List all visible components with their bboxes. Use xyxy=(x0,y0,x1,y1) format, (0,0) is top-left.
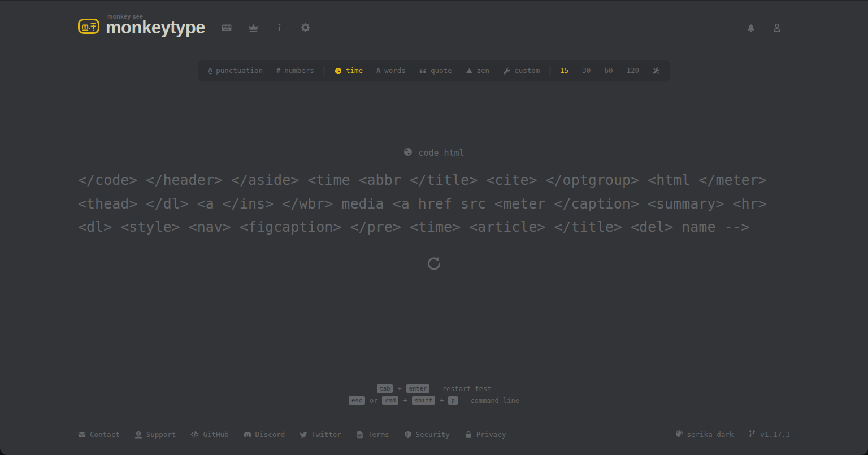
config-quote-label: quote xyxy=(431,67,452,75)
donate-icon: $ xyxy=(134,431,142,439)
logo[interactable]: monkey see monkeytype xyxy=(78,19,205,36)
config-time-30-button[interactable]: 30 xyxy=(575,60,597,81)
nav-bell-button[interactable] xyxy=(738,18,764,38)
config-time-label: time xyxy=(346,67,363,75)
config-custom-time-button[interactable] xyxy=(646,60,667,81)
footer-support-link[interactable]: $Support xyxy=(134,430,176,439)
nav-keyboard-button[interactable] xyxy=(213,17,240,38)
word: <style> xyxy=(120,215,180,239)
test-config-bar: @punctuation#numberstimeAwordsquotezencu… xyxy=(198,60,670,81)
version-label: v1.17.3 xyxy=(760,430,790,439)
palette-icon xyxy=(675,430,683,439)
footer-github-label: GitHub xyxy=(203,430,228,439)
config-time-120-button[interactable]: 120 xyxy=(619,60,646,81)
footer-contact-link[interactable]: Contact xyxy=(78,430,120,439)
words-area[interactable]: </code></header></aside><time<abbr</titl… xyxy=(78,168,790,239)
gear-icon xyxy=(301,23,310,32)
word: </wbr> xyxy=(282,192,333,216)
footer-terms-label: Terms xyxy=(368,430,389,439)
hint-text: - command line xyxy=(462,397,519,405)
word: --> xyxy=(724,215,749,239)
config-time-30-label: 30 xyxy=(582,67,591,75)
word: </ins> xyxy=(223,192,274,216)
user-nav xyxy=(738,18,790,38)
word: href xyxy=(418,192,452,216)
hint-text: + xyxy=(397,385,401,393)
config-custom-button[interactable]: custom xyxy=(496,60,546,81)
config-words-label: words xyxy=(384,67,406,75)
globe-icon xyxy=(403,148,413,159)
hint-text: + xyxy=(440,397,444,405)
config-zen-label: zen xyxy=(477,67,490,75)
at-icon: @ xyxy=(208,67,212,74)
config-numbers-label: numbers xyxy=(284,67,314,75)
config-group-mods: @punctuation#numbers xyxy=(201,60,321,81)
word: <summary> xyxy=(648,192,724,216)
config-words-button[interactable]: Awords xyxy=(370,60,413,81)
word-line: <thead></dl><a</ins></wbr>media<ahrefsrc… xyxy=(78,192,790,216)
branch-icon xyxy=(748,430,756,439)
word: <a xyxy=(197,192,214,216)
config-time-120-label: 120 xyxy=(626,67,639,75)
word: <nav> xyxy=(189,215,231,239)
nav-crown-button[interactable] xyxy=(240,17,267,38)
nav-gear-button[interactable] xyxy=(292,17,319,38)
config-time-60-label: 60 xyxy=(604,67,613,75)
keyboard-hints: tab+enter- restart test escorcmd+shift+p… xyxy=(0,383,868,406)
theme-button[interactable]: serika dark xyxy=(675,430,734,439)
language-label: code html xyxy=(418,148,464,158)
footer-privacy-link[interactable]: Privacy xyxy=(465,430,506,439)
word: <a xyxy=(393,192,410,216)
config-punctuation-button[interactable]: @punctuation xyxy=(201,60,270,81)
word: media xyxy=(341,192,384,216)
word: <cite> xyxy=(486,168,537,192)
config-time-15-button[interactable]: 15 xyxy=(553,60,575,81)
footer-security-link[interactable]: Security xyxy=(404,430,450,439)
word: </caption> xyxy=(554,192,639,216)
monkeytype-page: monkey see monkeytype @punctuation#numbe… xyxy=(0,0,868,455)
footer-privacy-label: Privacy xyxy=(476,430,506,439)
version-button[interactable]: v1.17.3 xyxy=(748,430,790,439)
key-esc: esc xyxy=(349,396,365,405)
key-cmd: cmd xyxy=(382,396,398,405)
word: <hr> xyxy=(732,192,766,216)
footer-github-link[interactable]: GitHub xyxy=(190,430,228,439)
config-group-time-options: 153060120 xyxy=(553,60,667,81)
main-nav xyxy=(213,17,319,38)
word: src xyxy=(461,192,486,216)
footer-terms-link[interactable]: Terms xyxy=(356,430,389,439)
key-tab: tab xyxy=(377,384,393,393)
config-time-button[interactable]: time xyxy=(328,60,370,81)
config-quote-button[interactable]: quote xyxy=(413,60,459,81)
nav-user-button[interactable] xyxy=(764,18,790,38)
footer-twitter-link[interactable]: Twitter xyxy=(300,430,341,439)
word: </pre> xyxy=(350,215,401,239)
word: </code> xyxy=(78,168,137,192)
language-selector[interactable]: code html xyxy=(403,148,464,159)
word: </header> xyxy=(146,168,222,192)
restart-test-button[interactable] xyxy=(411,253,457,274)
file-icon xyxy=(356,431,364,439)
footer-twitter-label: Twitter xyxy=(311,430,341,439)
config-spacer xyxy=(323,66,326,76)
hash-icon: # xyxy=(276,67,280,74)
word: </dl> xyxy=(146,192,188,216)
nav-info-button[interactable] xyxy=(267,17,292,38)
restart-icon xyxy=(427,256,441,271)
word: <article> xyxy=(469,215,545,239)
word: </title> xyxy=(410,168,478,192)
word: <time> xyxy=(410,215,461,239)
key-p: p xyxy=(448,396,457,405)
footer-discord-link[interactable]: Discord xyxy=(244,430,285,439)
config-time-60-button[interactable]: 60 xyxy=(597,60,619,81)
word: <meter xyxy=(494,192,545,216)
info-icon xyxy=(275,23,284,32)
config-time-15-label: 15 xyxy=(560,67,568,75)
config-numbers-button[interactable]: #numbers xyxy=(270,60,321,81)
footer-security-label: Security xyxy=(416,430,450,439)
brand-tagline: monkey see xyxy=(107,14,143,20)
config-zen-button[interactable]: zen xyxy=(459,60,497,81)
twitter-icon xyxy=(300,431,307,439)
word: </meter> xyxy=(698,168,766,192)
code-icon xyxy=(190,430,199,439)
